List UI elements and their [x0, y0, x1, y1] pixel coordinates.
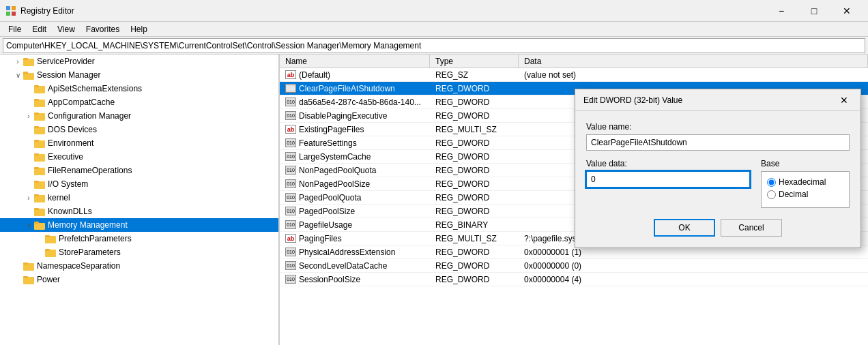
svg-rect-14: [34, 112, 39, 115]
base-box: Hexadecimal Decimal: [761, 171, 850, 208]
dialog-row: Value data: Base Hexadecimal Decimal: [586, 159, 850, 208]
svg-rect-20: [34, 153, 39, 155]
tree-label: AppCompatCache: [48, 97, 115, 107]
svg-rect-30: [34, 222, 39, 224]
svg-rect-24: [34, 181, 39, 183]
list-cell-name: 010 DisablePagingExecutive: [280, 109, 430, 122]
tree-item-session-manager[interactable]: ∨ Session Manager: [0, 68, 278, 82]
main-content: › ServiceProvider ∨ Session Manager › Ap…: [0, 55, 868, 345]
radio-decimal[interactable]: Decimal: [767, 190, 843, 199]
svg-rect-12: [34, 99, 39, 101]
tree-item-power[interactable]: › Power: [0, 273, 278, 286]
list-cell-name: ab ExistingPageFiles: [280, 123, 430, 136]
tree-item-environment[interactable]: › Environment: [0, 136, 278, 150]
list-cell-type: REG_MULTI_SZ: [430, 232, 519, 245]
svg-rect-28: [34, 208, 39, 210]
folder-icon-open: [23, 70, 34, 80]
app-title: Registry Editor: [20, 6, 766, 16]
window-controls: − □ ✕: [766, 0, 863, 22]
svg-rect-16: [34, 126, 39, 128]
list-cell-name: ab (Default): [280, 68, 430, 81]
menu-bar: File Edit View Favorites Help: [0, 22, 868, 37]
base-title: Base: [761, 159, 850, 168]
menu-view[interactable]: View: [52, 23, 81, 35]
tree-item-config-manager[interactable]: › Configuration Manager: [0, 109, 278, 123]
list-cell-name: 010 da56a5e4-287c-4a5b-86da-140...: [280, 95, 430, 108]
menu-favorites[interactable]: Favorites: [81, 23, 125, 35]
list-cell-name: 010 FeatureSettings: [280, 136, 430, 149]
tree-item-store[interactable]: › StoreParameters: [0, 245, 278, 259]
dialog-body: Value name: Value data: Base Hexadecimal: [575, 111, 860, 247]
folder-icon: [34, 193, 45, 202]
menu-help[interactable]: Help: [125, 23, 153, 35]
menu-file[interactable]: File: [3, 23, 27, 35]
tree-item-appcompat[interactable]: › AppCompatCache: [0, 95, 278, 109]
cancel-button[interactable]: Cancel: [721, 219, 782, 237]
dialog-buttons: OK Cancel: [586, 219, 850, 237]
svg-rect-38: [23, 276, 28, 278]
radio-hex-label: Hexadecimal: [779, 177, 826, 187]
tree-label: NamespaceSeparation: [37, 261, 120, 271]
radio-hexadecimal[interactable]: Hexadecimal: [767, 177, 843, 187]
list-cell-data: 0x00000004 (4): [519, 273, 868, 286]
tree-label: KnownDLLs: [48, 207, 92, 216]
list-cell-type: REG_BINARY: [430, 218, 519, 231]
tree-item-knowndlls[interactable]: › KnownDLLs: [0, 205, 278, 218]
dw-icon: 010: [285, 179, 296, 188]
list-cell-type: REG_DWORD: [430, 136, 519, 149]
radio-dec-input[interactable]: [767, 190, 776, 199]
tree-scroll[interactable]: › ServiceProvider ∨ Session Manager › Ap…: [0, 55, 278, 345]
svg-rect-36: [23, 262, 28, 265]
address-input[interactable]: [3, 38, 865, 53]
list-cell-name: 010 LargeSystemCache: [280, 150, 430, 163]
folder-icon: [34, 166, 45, 175]
folder-icon: [34, 207, 45, 216]
dw-icon: 010: [285, 152, 296, 161]
svg-rect-1: [12, 6, 16, 10]
tree-label: DOS Devices: [48, 125, 97, 134]
svg-rect-22: [34, 167, 39, 169]
tree-label: ServiceProvider: [37, 57, 95, 66]
tree-item-prefetch[interactable]: › PrefetchParameters: [0, 232, 278, 245]
list-cell-type: REG_DWORD: [430, 205, 519, 217]
tree-label: ApiSetSchemaExtensions: [48, 84, 142, 93]
svg-rect-3: [12, 12, 16, 16]
ok-button[interactable]: OK: [654, 219, 715, 237]
tree-item-kernel[interactable]: › kernel: [0, 191, 278, 205]
maximize-button[interactable]: □: [798, 0, 830, 22]
folder-icon: [34, 138, 45, 148]
value-name-input[interactable]: [586, 134, 850, 151]
radio-hex-input[interactable]: [767, 178, 776, 187]
tree-item-filerename[interactable]: › FileRenameOperations: [0, 164, 278, 177]
col-header-type[interactable]: Type: [430, 55, 519, 68]
list-cell-name: 010 PagedPoolSize: [280, 205, 430, 217]
tree-item-serviceprovider[interactable]: › ServiceProvider: [0, 55, 278, 68]
list-row[interactable]: ab (Default) REG_SZ (value not set): [280, 68, 868, 82]
list-cell-type: REG_DWORD: [430, 82, 519, 95]
dialog-close-button[interactable]: ✕: [836, 92, 852, 108]
base-section: Base Hexadecimal Decimal: [761, 159, 850, 208]
list-row[interactable]: 010 SecondLevelDataCache REG_DWORD 0x000…: [280, 259, 868, 273]
folder-icon: [34, 97, 45, 107]
tree-item-iosystem[interactable]: › I/O System: [0, 177, 278, 191]
tree-item-namespace[interactable]: › NamespaceSeparation: [0, 259, 278, 273]
tree-item-apiset[interactable]: › ApiSetSchemaExtensions: [0, 82, 278, 95]
value-data-input[interactable]: [586, 171, 750, 188]
minimize-button[interactable]: −: [766, 0, 797, 22]
tree-item-dos-devices[interactable]: › DOS Devices: [0, 123, 278, 136]
folder-icon: [34, 152, 45, 162]
ab-icon: ab: [285, 70, 296, 79]
close-button[interactable]: ✕: [831, 0, 863, 22]
value-name-label: Value name:: [586, 122, 850, 132]
tree-item-memory-management[interactable]: ∨ Memory Management: [0, 218, 278, 232]
dw-icon: 010: [285, 220, 296, 229]
tree-label: StoreParameters: [59, 247, 121, 257]
list-row[interactable]: 010 SessionPoolSize REG_DWORD 0x00000004…: [280, 273, 868, 286]
tree-item-executive[interactable]: › Executive: [0, 150, 278, 164]
radio-dec-label: Decimal: [779, 190, 808, 199]
dw-icon: 010: [285, 261, 296, 270]
col-header-name[interactable]: Name: [280, 55, 430, 68]
col-header-data[interactable]: Data: [519, 55, 868, 68]
menu-edit[interactable]: Edit: [27, 23, 52, 35]
dw-icon: 010: [285, 111, 296, 120]
